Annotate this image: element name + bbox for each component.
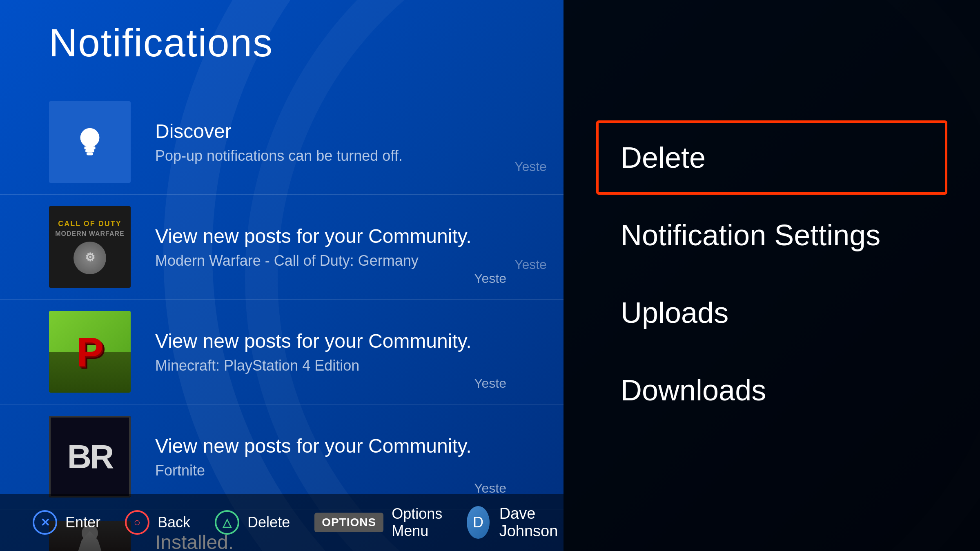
delete-bottom-button[interactable]: △ Delete: [215, 510, 290, 535]
cod-timestamp: Yeste: [474, 271, 506, 286]
context-menu-panel: Yeste Yeste Delete Notification Settings…: [564, 0, 980, 551]
page-title: Notifications: [49, 20, 273, 65]
cod-icon: CALL OF DUTY MODERN WARFARE ⚙: [49, 206, 131, 288]
options-badge: OPTIONS: [314, 513, 383, 532]
notification-item-discover[interactable]: Discover Pop-up notifications can be tur…: [0, 90, 564, 195]
fortnite-icon: BR: [49, 416, 131, 498]
minecraft-notif-subtitle: Minecraft: PlayStation 4 Edition: [155, 357, 514, 374]
notification-settings-label: Notification Settings: [621, 219, 880, 251]
downloads-label: Downloads: [621, 374, 766, 407]
fortnite-notif-subtitle: Fortnite: [155, 462, 514, 479]
back-label: Back: [158, 514, 190, 531]
notification-item-minecraft[interactable]: P View new posts for your Community. Min…: [0, 300, 564, 404]
cod-title-text: CALL OF DUTY: [58, 220, 122, 229]
svg-rect-3: [87, 152, 93, 155]
o-button-circle: ○: [125, 510, 149, 535]
user-info: D Dave Johnson: [467, 505, 568, 540]
enter-label: Enter: [65, 514, 100, 531]
context-menu-uploads[interactable]: Uploads: [596, 276, 947, 350]
user-avatar-initial: D: [473, 514, 483, 531]
svg-rect-2: [85, 149, 94, 152]
minecraft-timestamp: Yeste: [474, 376, 506, 391]
user-name: Dave Johnson: [499, 505, 568, 540]
svg-point-0: [80, 128, 100, 147]
discover-subtitle: Pop-up notifications can be turned off.: [155, 147, 514, 164]
options-button[interactable]: OPTIONS Options Menu: [314, 505, 442, 540]
fortnite-notif-title: View new posts for your Community.: [155, 435, 514, 457]
user-avatar: D: [467, 506, 489, 539]
notification-list: Discover Pop-up notifications can be tur…: [0, 90, 564, 486]
x-button-circle: ✕: [33, 510, 57, 535]
notification-item-cod[interactable]: CALL OF DUTY MODERN WARFARE ⚙ View new p…: [0, 195, 564, 300]
discover-title: Discover: [155, 120, 514, 142]
delete-menu-label: Delete: [621, 141, 706, 174]
partial-timestamp-2: Yeste: [514, 257, 564, 272]
tri-button-circle: △: [215, 510, 239, 535]
main-panel: Notifications Discover Pop-up notificati…: [0, 0, 564, 551]
minecraft-content: View new posts for your Community. Minec…: [155, 330, 514, 374]
delete-label: Delete: [247, 514, 290, 531]
back-button[interactable]: ○ Back: [125, 510, 190, 535]
cod-notif-subtitle: Modern Warfare - Call of Duty: Germany: [155, 252, 514, 269]
context-menu-downloads[interactable]: Downloads: [596, 353, 947, 427]
context-menu-delete[interactable]: Delete: [596, 120, 947, 195]
fortnite-content: View new posts for your Community. Fortn…: [155, 435, 514, 479]
context-menu-notification-settings[interactable]: Notification Settings: [596, 198, 947, 272]
cod-notif-title: View new posts for your Community.: [155, 225, 514, 247]
svg-rect-1: [85, 147, 96, 149]
minecraft-notif-title: View new posts for your Community.: [155, 330, 514, 352]
fortnite-br-letters: BR: [67, 438, 112, 476]
bottom-bar: ✕ Enter ○ Back △ Delete OPTIONS Options …: [0, 494, 564, 551]
partial-timestamp-1: Yeste: [514, 159, 564, 174]
cod-subtitle-text: MODERN WARFARE: [55, 230, 125, 238]
discover-content: Discover Pop-up notifications can be tur…: [155, 120, 514, 164]
minecraft-icon: P: [49, 311, 131, 393]
options-action-label: Options Menu: [392, 505, 442, 540]
cod-content: View new posts for your Community. Moder…: [155, 225, 514, 269]
enter-button[interactable]: ✕ Enter: [33, 510, 100, 535]
minecraft-ps-letter: P: [76, 329, 104, 375]
discover-icon: [49, 101, 131, 183]
uploads-label: Uploads: [621, 296, 728, 329]
